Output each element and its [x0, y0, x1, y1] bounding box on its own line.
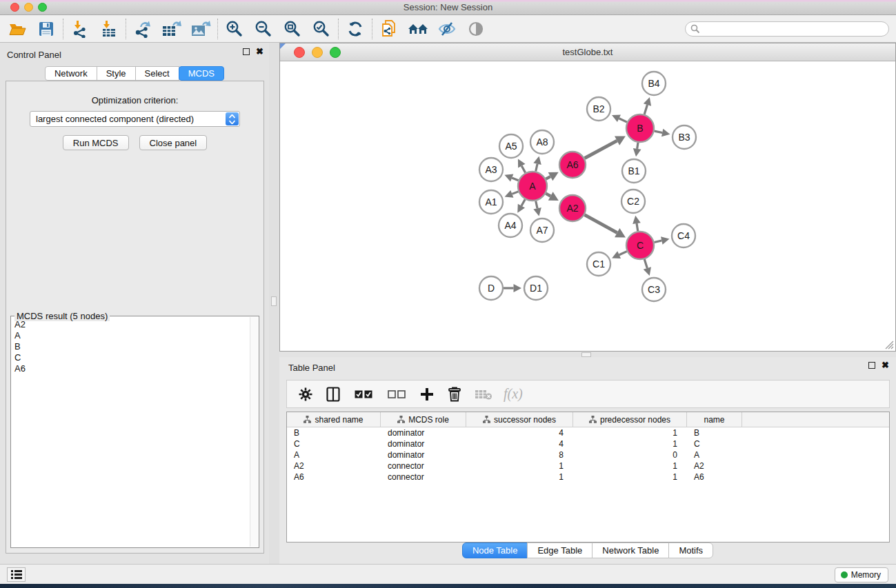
cell-name[interactable]: C [687, 438, 742, 449]
cell-MCDS-role[interactable]: connector [381, 472, 466, 483]
deselect-all-icon[interactable] [385, 385, 408, 404]
graph-edge-A-A8[interactable] [536, 164, 537, 172]
open-session-icon[interactable] [3, 17, 32, 41]
graph-edge-C-C4[interactable] [654, 241, 661, 242]
network-canvas[interactable]: AA1A3A4A5A7A8A6A2BB1B2B3B4CC1C2C3C4DD1 [280, 61, 895, 351]
task-history-button[interactable] [7, 567, 26, 582]
cell-predecessor-nodes[interactable]: 1 [573, 438, 687, 449]
table-row-A[interactable]: Adominator80A [287, 449, 889, 460]
import-network-icon[interactable] [66, 17, 94, 41]
delete-column-icon[interactable] [446, 385, 464, 404]
zoom-in-icon[interactable] [220, 17, 249, 41]
criterion-select[interactable]: largest connected component (directed) [30, 111, 240, 127]
cell-predecessor-nodes[interactable]: 1 [573, 460, 687, 472]
splitter-grip[interactable] [271, 296, 277, 306]
column-header-successor-nodes[interactable]: successor nodes [466, 412, 573, 427]
cell-successor-nodes[interactable]: 1 [466, 472, 573, 483]
column-header-shared-name[interactable]: shared name [287, 412, 381, 427]
control-panel-close-icon[interactable]: ✖ [256, 48, 263, 55]
graph-edge-C-C2[interactable] [637, 223, 638, 231]
cell-successor-nodes[interactable]: 1 [466, 460, 573, 472]
hide-selected-icon[interactable] [432, 17, 461, 41]
table-row-A6[interactable]: A6connector11A6 [287, 472, 889, 483]
cell-successor-nodes[interactable]: 4 [466, 427, 573, 438]
graph-edge-B-B3[interactable] [655, 131, 663, 132]
tab-network[interactable]: Network [45, 66, 97, 81]
graph-edge-A-A7[interactable] [536, 201, 537, 208]
column-view-icon[interactable] [324, 385, 342, 404]
window-resize-grip[interactable] [884, 339, 894, 349]
tab-motifs[interactable]: Motifs [668, 543, 713, 558]
control-panel-float-icon[interactable] [243, 48, 250, 55]
cell-name[interactable]: A [687, 449, 742, 460]
result-item[interactable]: A [12, 330, 249, 341]
result-item[interactable]: A2 [12, 319, 249, 330]
tab-network-table[interactable]: Network Table [592, 543, 669, 558]
result-item[interactable]: C [12, 352, 249, 363]
table-row-A2[interactable]: A2connector11A2 [287, 460, 889, 472]
graph-edge-A-A5[interactable] [521, 166, 525, 173]
result-scrollbar[interactable] [250, 317, 258, 547]
cell-MCDS-role[interactable]: connector [381, 460, 466, 472]
show-all-icon[interactable] [461, 17, 490, 41]
cell-MCDS-role[interactable]: dominator [381, 427, 466, 438]
cell-name[interactable]: A2 [687, 460, 742, 472]
gear-icon[interactable] [297, 385, 315, 404]
cell-MCDS-role[interactable]: dominator [381, 449, 466, 460]
cell-shared-name[interactable]: A [287, 449, 381, 460]
close-panel-button[interactable]: Close panel [139, 135, 208, 150]
export-image-icon[interactable] [186, 17, 215, 41]
horizontal-splitter-grip[interactable] [581, 352, 591, 357]
vertical-splitter[interactable] [269, 43, 279, 564]
zoom-out-icon[interactable] [249, 17, 278, 41]
select-all-icon[interactable] [352, 385, 375, 404]
cell-predecessor-nodes[interactable]: 1 [573, 472, 687, 483]
column-header-name[interactable]: name [687, 412, 742, 427]
cell-predecessor-nodes[interactable]: 1 [573, 427, 687, 438]
tab-node-table[interactable]: Node Table [462, 543, 528, 558]
cell-successor-nodes[interactable]: 4 [466, 438, 573, 449]
run-mcds-button[interactable]: Run MCDS [63, 135, 129, 150]
add-column-icon[interactable] [418, 385, 436, 404]
graph-edge-A6-B[interactable] [585, 141, 617, 158]
table-row-B[interactable]: Bdominator41B [287, 427, 889, 438]
cell-name[interactable]: B [687, 427, 742, 438]
zoom-fit-icon[interactable] [278, 17, 307, 41]
cell-shared-name[interactable]: B [287, 427, 381, 438]
cell-shared-name[interactable]: A6 [287, 472, 381, 483]
result-item[interactable]: A6 [12, 363, 249, 374]
cell-name[interactable]: A6 [687, 472, 742, 483]
tab-mcds[interactable]: MCDS [179, 66, 224, 81]
select-stepper-icon[interactable] [226, 112, 239, 125]
graph-edge-B-B1[interactable] [637, 143, 638, 149]
cell-MCDS-role[interactable]: dominator [381, 438, 466, 449]
graph-edge-A-A2[interactable] [546, 194, 550, 196]
import-table-icon[interactable] [94, 17, 123, 41]
table-panel-float-icon[interactable] [868, 362, 875, 369]
export-network-icon[interactable] [128, 17, 157, 41]
cell-shared-name[interactable]: A2 [287, 460, 381, 472]
cell-successor-nodes[interactable]: 8 [466, 449, 573, 460]
refresh-icon[interactable] [341, 17, 370, 41]
network-window-titlebar[interactable]: testGlobe.txt [280, 43, 895, 61]
tab-select[interactable]: Select [135, 66, 179, 81]
mcds-result-list[interactable]: A2ABCA6 [12, 319, 249, 547]
graph-edge-C-C1[interactable] [619, 252, 627, 255]
tab-style[interactable]: Style [97, 66, 136, 81]
export-table-icon[interactable] [157, 17, 186, 41]
tab-edge-table[interactable]: Edge Table [527, 543, 593, 558]
cell-predecessor-nodes[interactable]: 0 [573, 449, 687, 460]
graph-edge-A2-C[interactable] [585, 215, 617, 233]
graph-edge-A-A4[interactable] [521, 199, 525, 205]
new-network-from-selection-icon[interactable] [375, 17, 404, 41]
graph-edge-B-B4[interactable] [644, 105, 647, 114]
cell-shared-name[interactable]: C [287, 438, 381, 449]
graph-edge-A-A6[interactable] [546, 176, 550, 179]
column-header-MCDS-role[interactable]: MCDS role [381, 412, 466, 427]
node-table[interactable]: shared nameMCDS rolesuccessor nodesprede… [286, 412, 890, 543]
zoom-selected-icon[interactable] [307, 17, 336, 41]
table-row-C[interactable]: Cdominator41C [287, 438, 889, 449]
result-item[interactable]: B [12, 341, 249, 352]
search-input[interactable] [685, 21, 889, 37]
memory-button[interactable]: Memory [835, 567, 888, 582]
